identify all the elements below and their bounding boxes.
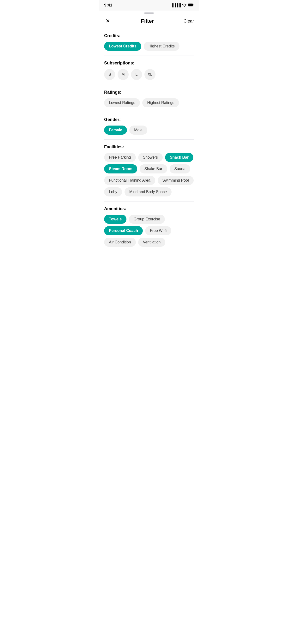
chips-row-facilities: Free ParkingShowersSnack BarSteam RoomSh… xyxy=(104,153,194,196)
chip-swimming-pool[interactable]: Swimming Pool xyxy=(158,176,194,185)
chip-air-condition[interactable]: Air Condition xyxy=(104,238,136,247)
chip-towels[interactable]: Towels xyxy=(104,215,126,224)
drag-handle xyxy=(144,12,154,14)
chip-sub-s[interactable]: S xyxy=(104,69,115,80)
chip-personal-coach[interactable]: Personal Coach xyxy=(104,226,143,235)
filter-header: ✕ Filter Clear xyxy=(99,14,199,28)
clear-button[interactable]: Clear xyxy=(184,19,194,24)
chip-male[interactable]: Male xyxy=(129,126,147,135)
section-amenities: Amenities:TowelsGroup ExercisePersonal C… xyxy=(104,202,194,252)
status-icons: ▐▐▐▐ xyxy=(171,3,194,8)
section-label-ratings: Ratings: xyxy=(104,90,194,95)
header-title: Filter xyxy=(141,18,154,24)
status-bar: 9:41 ▐▐▐▐ xyxy=(99,0,199,10)
chips-row-amenities: TowelsGroup ExercisePersonal CoachFree W… xyxy=(104,215,194,247)
chip-highest-ratings[interactable]: Highest Ratings xyxy=(142,98,179,107)
chip-group-exercise[interactable]: Group Exercise xyxy=(129,215,165,224)
signal-icon: ▐▐▐▐ xyxy=(171,3,181,7)
filter-content: Credits:Lowest CreditsHighest CreditsSub… xyxy=(99,28,199,252)
chip-free-parking[interactable]: Free Parking xyxy=(104,153,136,162)
chip-snack-bar[interactable]: Snack Bar xyxy=(165,153,193,162)
chip-mind-and-body-space[interactable]: Mind and Body Space xyxy=(124,187,172,196)
section-facilities: Facilities:Free ParkingShowersSnack BarS… xyxy=(104,140,194,202)
status-time: 9:41 xyxy=(104,3,112,8)
chip-shake-bar[interactable]: Shake Bar xyxy=(140,164,167,174)
section-label-subscriptions: Subscriptions: xyxy=(104,60,194,66)
section-subscriptions: Subscriptions:SMLXL xyxy=(104,56,194,85)
section-label-facilities: Facilities: xyxy=(104,144,194,150)
chip-showers[interactable]: Showers xyxy=(138,153,163,162)
section-ratings: Ratings:Lowest RatingsHighest Ratings xyxy=(104,85,194,112)
section-label-gender: Gender: xyxy=(104,117,194,122)
chip-sub-l[interactable]: L xyxy=(131,69,142,80)
chips-row-gender: FemaleMale xyxy=(104,126,194,135)
wifi-icon xyxy=(182,3,186,8)
chips-row-ratings: Lowest RatingsHighest Ratings xyxy=(104,98,194,107)
section-label-credits: Credits: xyxy=(104,33,194,38)
chips-row-subscriptions: SMLXL xyxy=(104,69,194,80)
chip-functional-training-area[interactable]: Functional Training Area xyxy=(104,176,155,185)
chip-sauna[interactable]: Sauna xyxy=(170,164,190,174)
section-gender: Gender:FemaleMale xyxy=(104,112,194,140)
chip-steam-room[interactable]: Steam Room xyxy=(104,164,137,174)
svg-rect-1 xyxy=(188,4,193,6)
chip-lowest-credits[interactable]: Lowest Credits xyxy=(104,42,141,51)
chip-ventilation[interactable]: Ventilation xyxy=(138,238,166,247)
close-button[interactable]: ✕ xyxy=(104,18,111,25)
chip-lowest-ratings[interactable]: Lowest Ratings xyxy=(104,98,140,107)
section-credits: Credits:Lowest CreditsHighest Credits xyxy=(104,28,194,56)
battery-icon xyxy=(188,3,194,7)
chip-sub-m[interactable]: M xyxy=(117,69,129,80)
chip-loby[interactable]: Loby xyxy=(104,187,122,196)
chip-free-wifi[interactable]: Free Wi-fi xyxy=(145,226,171,235)
sheet-handle xyxy=(99,10,199,14)
chips-row-credits: Lowest CreditsHighest Credits xyxy=(104,42,194,51)
chip-highest-credits[interactable]: Highest Credits xyxy=(144,42,180,51)
chip-sub-xl[interactable]: XL xyxy=(144,69,156,80)
close-icon: ✕ xyxy=(106,18,110,24)
section-label-amenities: Amenities: xyxy=(104,206,194,211)
chip-female[interactable]: Female xyxy=(104,126,127,135)
